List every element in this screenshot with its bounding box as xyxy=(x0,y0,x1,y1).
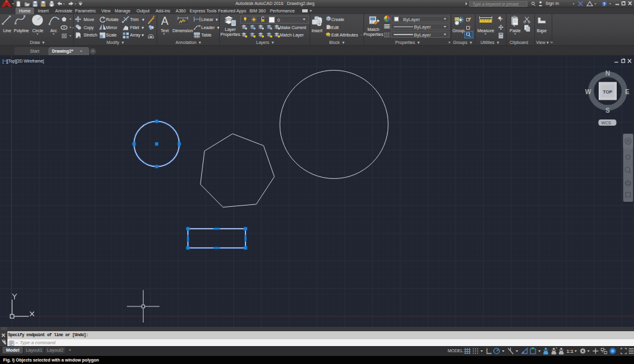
svg-text:WCS: WCS xyxy=(601,121,611,125)
svg-text:E: E xyxy=(625,88,629,95)
svg-text:ByLayer: ByLayer xyxy=(414,24,432,30)
svg-text:?: ? xyxy=(603,2,606,6)
svg-text:1:1: 1:1 xyxy=(567,349,573,354)
svg-text:V: V xyxy=(327,34,329,38)
svg-text:ByLayer: ByLayer xyxy=(414,32,432,38)
svg-text:A: A xyxy=(161,15,168,27)
svg-text:ByLayer: ByLayer xyxy=(403,17,420,22)
svg-text:TOP: TOP xyxy=(603,89,612,95)
svg-text:N: N xyxy=(606,69,610,77)
svg-text:W: W xyxy=(585,88,591,95)
svg-text:[−][Top][2D Wireframe]: [−][Top][2D Wireframe] xyxy=(2,59,44,64)
svg-text:S: S xyxy=(606,106,610,114)
svg-text:0: 0 xyxy=(277,17,280,23)
